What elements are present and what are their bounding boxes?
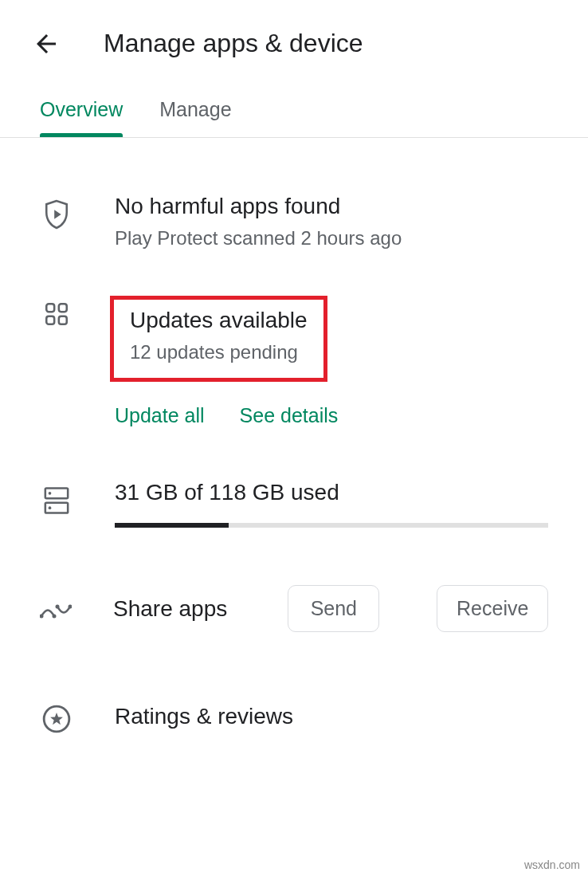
svg-rect-3 [59,316,67,324]
updates-subtitle: 12 updates pending [130,341,308,363]
tab-overview[interactable]: Overview [40,98,123,137]
svg-rect-1 [59,304,67,312]
arrow-back-icon [32,29,61,58]
updates-section: Updates available 12 updates pending Upd… [0,296,588,427]
tab-manage[interactable]: Manage [159,98,231,137]
storage-progress [115,523,548,528]
receive-button[interactable]: Receive [437,585,548,632]
share-title: Share apps [113,596,227,622]
updates-title: Updates available [130,308,308,333]
page-title: Manage apps & device [104,29,363,58]
send-button[interactable]: Send [288,585,379,632]
storage-section[interactable]: 31 GB of 118 GB used [0,480,588,528]
update-all-button[interactable]: Update all [115,404,205,427]
apps-grid-icon [40,296,73,328]
star-circle-icon [40,699,73,734]
svg-rect-0 [46,304,54,312]
ratings-title: Ratings & reviews [115,704,548,729]
share-apps-section: Share apps Send Receive [0,585,588,632]
back-button[interactable] [32,29,61,58]
shield-play-icon [40,194,73,230]
svg-point-10 [56,604,60,608]
svg-point-6 [49,492,52,495]
protect-subtitle: Play Protect scanned 2 hours ago [115,227,548,249]
watermark: wsxdn.com [524,858,580,871]
svg-point-9 [53,614,57,618]
play-protect-section[interactable]: No harmful apps found Play Protect scann… [0,194,588,249]
see-details-button[interactable]: See details [240,404,339,427]
storage-title: 31 GB of 118 GB used [115,480,548,505]
ratings-section[interactable]: Ratings & reviews [0,699,588,734]
updates-highlight: Updates available 12 updates pending [110,296,327,382]
svg-rect-2 [46,316,54,324]
protect-title: No harmful apps found [115,194,548,219]
storage-icon [40,480,73,517]
storage-progress-fill [115,523,229,528]
svg-point-7 [49,506,52,509]
share-icon [40,595,72,623]
